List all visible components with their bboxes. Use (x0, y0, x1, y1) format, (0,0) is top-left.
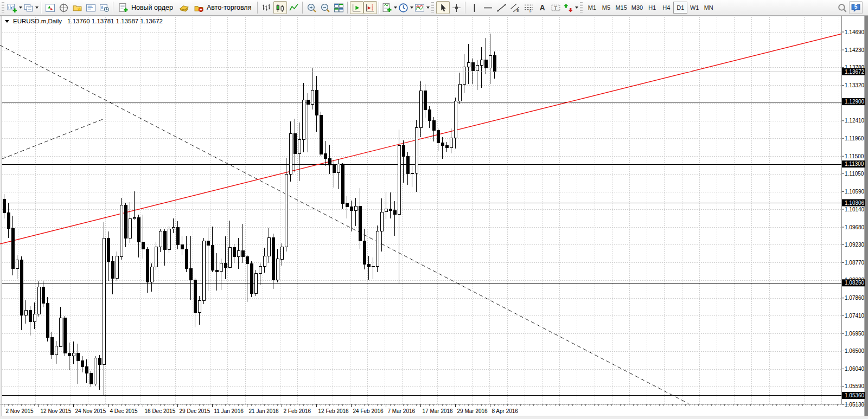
new-order-button-label: Новый ордер (131, 4, 173, 11)
notifications[interactable]: 5 (849, 1, 863, 14)
timeframe-button-m1[interactable]: M1 (585, 2, 599, 14)
terminal-icon (86, 3, 96, 13)
text-icon: A (537, 3, 547, 13)
svg-text:1.07410: 1.07410 (845, 313, 865, 319)
zoom-out[interactable] (318, 1, 332, 14)
candlestick-mode[interactable] (273, 1, 287, 14)
auto-scroll[interactable] (350, 1, 363, 14)
dropdown-arrow-icon[interactable] (575, 7, 578, 9)
cursor-tool[interactable] (436, 1, 450, 14)
horizontal-line-tool[interactable] (481, 1, 495, 14)
strategy-tester[interactable] (98, 1, 111, 14)
channel-icon: E (510, 3, 520, 13)
svg-text:7 Mar 2016: 7 Mar 2016 (388, 408, 416, 414)
toolbar-separator (347, 2, 348, 14)
chart-area[interactable]: 1.146901.142301.137801.133201.128701.124… (0, 16, 868, 419)
dropdown-arrow-icon[interactable] (35, 7, 39, 9)
hline-icon (483, 3, 493, 13)
timeframe-button-w1[interactable]: W1 (687, 2, 701, 14)
toolbar-grip[interactable] (580, 2, 583, 13)
timeframe-button-d1[interactable]: D1 (673, 2, 687, 14)
chart-profiles[interactable] (23, 1, 39, 14)
svg-text:2 Nov 2015: 2 Nov 2015 (6, 408, 34, 414)
indicators-icon (382, 3, 392, 13)
trendline-tool[interactable] (495, 1, 508, 14)
svg-text:1.09230: 1.09230 (845, 242, 865, 248)
zoom-in-icon (307, 3, 317, 13)
toolbar-separator (465, 2, 466, 14)
crosshair-tool[interactable] (450, 1, 463, 14)
market-watch[interactable] (43, 1, 57, 14)
chart-symbol-period: EURUSD.m,Daily (13, 18, 62, 24)
line-chart-mode[interactable] (287, 1, 301, 14)
equidistant-channel-tool[interactable]: E (508, 1, 522, 14)
dropdown-arrow-icon[interactable] (410, 7, 413, 9)
bar-chart-mode[interactable] (260, 1, 273, 14)
templates-menu[interactable] (414, 1, 430, 14)
autotrade-icon (194, 3, 204, 13)
data-window-icon (59, 3, 69, 13)
new-order-button[interactable]: Новый ордер (116, 1, 177, 14)
timeframe-button-m15[interactable]: M15 (613, 2, 629, 14)
chart-shift[interactable] (363, 1, 377, 14)
search[interactable] (835, 1, 849, 14)
timeframe-button-mn[interactable]: MN (701, 2, 716, 14)
one-click-collapse-icon[interactable] (5, 20, 9, 23)
indicators-list[interactable] (381, 1, 398, 14)
svg-text:1.11300: 1.11300 (845, 161, 864, 167)
cursor-icon (438, 3, 448, 13)
dropdown-arrow-icon[interactable] (426, 7, 430, 9)
toolbar-grip[interactable] (431, 2, 434, 13)
svg-text:1.10590: 1.10590 (845, 189, 865, 195)
toolbar-grip[interactable] (2, 2, 4, 13)
text-label-tool[interactable]: T (549, 1, 563, 14)
new-chart[interactable] (7, 1, 23, 14)
text-tool[interactable]: A (535, 1, 549, 14)
svg-text:1.05130: 1.05130 (845, 402, 865, 408)
shift-icon (365, 3, 375, 13)
svg-text:1.10306: 1.10306 (845, 200, 865, 206)
fibo-icon: F (524, 3, 534, 13)
svg-text:A: A (540, 4, 545, 12)
svg-text:4 Dec 2015: 4 Dec 2015 (110, 408, 138, 414)
svg-text:1.14230: 1.14230 (845, 47, 865, 53)
svg-text:F: F (530, 9, 533, 13)
navigator[interactable] (71, 1, 84, 14)
tile-windows[interactable] (332, 1, 346, 14)
toolbar-separator (257, 2, 258, 14)
svg-text:16 Dec 2015: 16 Dec 2015 (145, 408, 176, 414)
svg-text:1.14690: 1.14690 (845, 29, 865, 35)
svg-text:5: 5 (854, 4, 858, 10)
window-edge-strip (865, 16, 868, 416)
timeframe-button-m30[interactable]: M30 (629, 2, 645, 14)
arrows-tool[interactable] (563, 1, 579, 14)
svg-text:1.09680: 1.09680 (845, 224, 865, 230)
fibonacci-tool[interactable]: F (522, 1, 535, 14)
timeframe-button-m5[interactable]: M5 (599, 2, 613, 14)
alert-icon: 5 (851, 3, 861, 13)
template-icon (414, 3, 425, 13)
dropdown-arrow-icon[interactable] (19, 7, 22, 9)
candles-icon (275, 3, 285, 13)
auto-trading-button-label: Авто-торговля (207, 4, 252, 11)
svg-text:8 Apr 2016: 8 Apr 2016 (492, 408, 519, 414)
auto-trading-button[interactable]: Авто-торговля (191, 1, 256, 14)
dropdown-arrow-icon[interactable] (394, 7, 397, 9)
svg-text:1.06500: 1.06500 (845, 348, 865, 354)
autoscroll-icon (352, 3, 362, 13)
timeframe-button-h1[interactable]: H1 (645, 2, 659, 14)
timeframe-button-h4[interactable]: H4 (659, 2, 673, 14)
terminal[interactable] (84, 1, 98, 14)
svg-text:12 Feb 2016: 12 Feb 2016 (318, 408, 349, 414)
toolbar: Новый ордерАвто-торговляEFATM1M5M15M30H1… (0, 0, 868, 16)
arrows-icon (563, 3, 573, 13)
periods-menu[interactable] (398, 1, 414, 14)
data-window[interactable] (57, 1, 71, 14)
svg-text:1.07860: 1.07860 (845, 295, 865, 301)
vertical-line-tool[interactable] (468, 1, 481, 14)
svg-text:1.11500: 1.11500 (845, 153, 864, 159)
zoom-in[interactable] (305, 1, 318, 14)
svg-text:1.06950: 1.06950 (845, 331, 865, 337)
metaeditor[interactable] (177, 1, 191, 14)
chart-ohlc-quote: 1.13760 1.13781 1.13587 1.13672 (67, 18, 163, 24)
